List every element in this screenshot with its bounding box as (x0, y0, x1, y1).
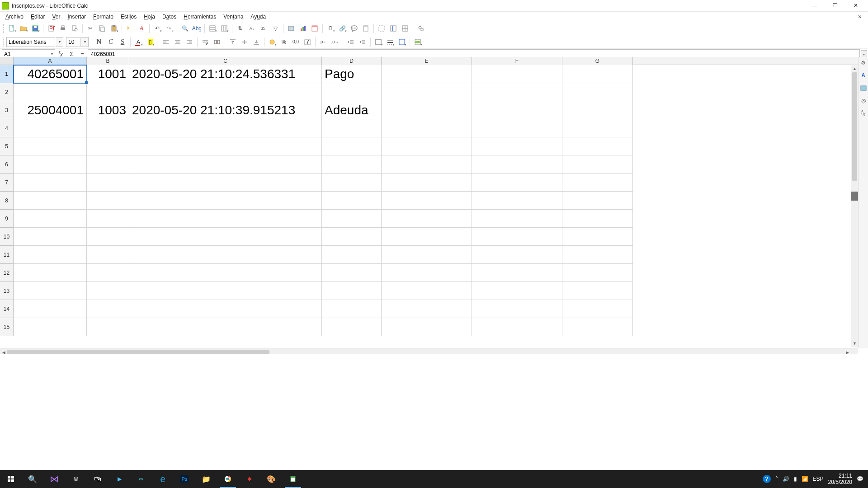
align-right-button[interactable] (184, 37, 195, 47)
cell-F2[interactable] (472, 83, 562, 101)
cell-D7[interactable] (322, 174, 382, 192)
vertical-splitter[interactable] (851, 192, 858, 201)
window-minimize-button[interactable]: — (804, 0, 825, 12)
align-vcenter-button[interactable] (239, 37, 250, 47)
cell-E14[interactable] (382, 300, 472, 318)
print-preview-button[interactable] (69, 23, 80, 34)
column-header-E[interactable]: E (382, 57, 472, 65)
cell-B8[interactable] (87, 192, 129, 210)
cell-F14[interactable] (472, 300, 562, 318)
menu-datos[interactable]: Datos (159, 13, 180, 21)
cell-F5[interactable] (472, 137, 562, 155)
tray-chevron-icon[interactable]: ˄ (775, 476, 778, 482)
column-header-D[interactable]: D (322, 57, 382, 65)
sort-asc-button[interactable]: A↓ (246, 23, 257, 34)
menu-editar[interactable]: Editar (27, 13, 48, 21)
print-button[interactable] (57, 23, 68, 34)
cell-E11[interactable] (382, 246, 472, 264)
cell-G9[interactable] (562, 210, 633, 228)
underline-button[interactable]: S (117, 37, 128, 47)
insert-comment-button[interactable]: 💬 (349, 23, 359, 34)
column-operations-button[interactable] (219, 23, 230, 34)
cell-A4[interactable] (14, 119, 87, 137)
cell-D5[interactable] (322, 137, 382, 155)
cell-F6[interactable] (472, 155, 562, 174)
vertical-scrollbar[interactable]: ▲ ▼ (851, 65, 858, 347)
freeze-rows-cols-button[interactable] (388, 23, 399, 34)
insert-hyperlink-button[interactable]: 🔗 (337, 23, 348, 34)
cell-D8[interactable] (322, 192, 382, 210)
remove-decimal-button[interactable]: ,0→ (330, 37, 340, 47)
cell-E2[interactable] (382, 83, 472, 101)
select-all-corner[interactable] (0, 57, 14, 65)
highlight-color-button[interactable]: ▯ (145, 37, 156, 47)
cell-G2[interactable] (562, 83, 633, 101)
cell-A11[interactable] (14, 246, 87, 264)
cell-A12[interactable] (14, 264, 87, 282)
insert-pivot-button[interactable] (309, 23, 320, 34)
cut-button[interactable]: ✂ (85, 23, 96, 34)
column-header-C[interactable]: C (129, 57, 322, 65)
cell-E9[interactable] (382, 210, 472, 228)
cell-D13[interactable] (322, 282, 382, 300)
cell-F15[interactable] (472, 318, 562, 336)
row-header[interactable]: 6 (0, 155, 14, 174)
spellcheck-button[interactable]: Abç (191, 23, 202, 34)
cell-G13[interactable] (562, 282, 633, 300)
increase-indent-button[interactable] (345, 37, 356, 47)
number-format-button[interactable]: 0,0 (290, 37, 301, 47)
copy-button[interactable] (97, 23, 108, 34)
find-replace-button[interactable]: 🔍 (179, 23, 190, 34)
cell-A1[interactable]: 40265001 (14, 65, 87, 83)
redo-button[interactable]: ↷ (164, 23, 175, 34)
percent-format-button[interactable]: % (278, 37, 289, 47)
cell-G15[interactable] (562, 318, 633, 336)
sidebar-gallery-icon[interactable] (859, 84, 868, 92)
cell-B4[interactable] (87, 119, 129, 137)
menu-hoja[interactable]: Hoja (140, 13, 159, 21)
insert-special-char-button[interactable]: Ω (325, 23, 336, 34)
cell-G6[interactable] (562, 155, 633, 174)
cell-B9[interactable] (87, 210, 129, 228)
autofilter-button[interactable]: ▽ (270, 23, 281, 34)
cell-A10[interactable] (14, 228, 87, 246)
taskbar-vs-icon[interactable]: ⋈ (43, 470, 65, 488)
row-header[interactable]: 5 (0, 137, 14, 155)
cell-B7[interactable] (87, 174, 129, 192)
row-header[interactable]: 10 (0, 228, 14, 246)
cell-D1[interactable]: Pago (322, 65, 382, 83)
cell-B1[interactable]: 1001 (87, 65, 129, 83)
cell-D12[interactable] (322, 264, 382, 282)
cell-B11[interactable] (87, 246, 129, 264)
cell-A6[interactable] (14, 155, 87, 174)
cell-E5[interactable] (382, 137, 472, 155)
column-header-G[interactable]: G (562, 57, 633, 65)
headers-footers-button[interactable] (360, 23, 371, 34)
undo-button[interactable]: ↶ (152, 23, 163, 34)
align-center-button[interactable] (172, 37, 183, 47)
cell-E7[interactable] (382, 174, 472, 192)
font-size-input[interactable] (66, 37, 80, 47)
row-header[interactable]: 9 (0, 210, 14, 228)
cell-A15[interactable] (14, 318, 87, 336)
row-header[interactable]: 3 (0, 101, 14, 119)
cell-G12[interactable] (562, 264, 633, 282)
cell-B2[interactable] (87, 83, 129, 101)
close-document-button[interactable]: × (854, 13, 866, 20)
taskbar-libreoffice-icon[interactable] (282, 470, 304, 488)
cell-C4[interactable] (129, 119, 322, 137)
cell-D14[interactable] (322, 300, 382, 318)
cell-D9[interactable] (322, 210, 382, 228)
decrease-indent-button[interactable] (357, 37, 368, 47)
menu-insertar[interactable]: Insertar (64, 13, 90, 21)
cell-G8[interactable] (562, 192, 633, 210)
cell-D11[interactable] (322, 246, 382, 264)
search-button[interactable]: 🔍 (22, 470, 43, 488)
menu-ventana[interactable]: Ventana (220, 13, 247, 21)
cell-C2[interactable] (129, 83, 322, 101)
cell-F13[interactable] (472, 282, 562, 300)
add-decimal-button[interactable]: ,0← (318, 37, 329, 47)
cell-G11[interactable] (562, 246, 633, 264)
define-print-area-button[interactable] (376, 23, 387, 34)
clone-formatting-button[interactable] (124, 23, 135, 34)
